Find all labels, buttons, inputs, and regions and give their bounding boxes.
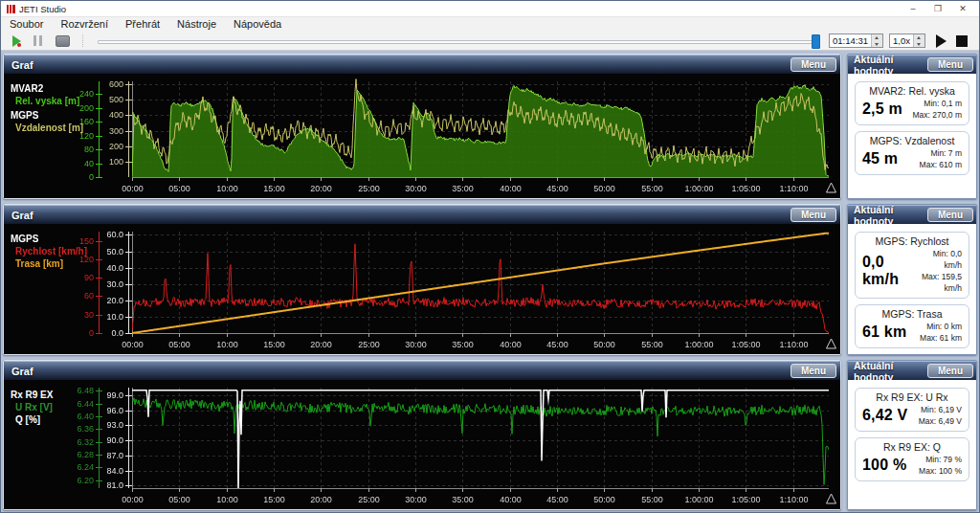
legend-sensor: MGPS [11,233,70,245]
graph-panel-rx: Graf Menu Rx R9 EXU Rx [V]Q [%] [3,360,841,510]
values3-title: Aktuální hodnoty [854,360,927,383]
toolbar-separator [82,34,84,47]
value-card-min: Min: 0,0 km/h [933,249,962,270]
values-panel-rx: Aktuální hodnoty Menu Rx R9 EX: U Rx 6,4… [847,360,977,510]
legend-channel: Vzdalenost [m] [11,122,70,134]
value-card-title: MGPS: Vzdalenost [862,134,962,147]
values-panel-altitude: Aktuální hodnoty Menu MVAR2: Rel. vyska … [847,54,977,199]
legend-sensor: MGPS [11,109,70,122]
value-card-title: Rx R9 EX: U Rx [862,390,962,404]
value-card-minmax: Min: 7 m Max: 610 m [920,147,962,170]
value-card-minmax: Min: 79 % Max: 100 % [919,454,962,477]
speed-value[interactable]: 1,0x [890,34,913,47]
value-card-minmax: Min: 0,0 km/h Max: 159,5 km/h [913,248,962,294]
value-card-value: 2,5 m [862,100,902,118]
graph-panel-speed: Graf Menu MGPSRychlost [km/h]Trasa [km] [3,204,841,355]
graph2-menu-button[interactable]: Menu [791,208,836,222]
value-card-value: 61 km [862,323,906,341]
value-card-max: Max: 61 km [920,333,962,343]
value-card-title: MGPS: Rychlost [862,234,962,248]
values2-menu-button[interactable]: Menu [927,208,973,222]
values-panel-speed: Aktuální hodnoty Menu MGPS: Rychlost 0,0… [847,204,977,355]
window-title: JETI Studio [19,4,66,14]
legend-channel: U Rx [V] [11,401,70,413]
value-card: Rx R9 EX: U Rx 6,42 V Min: 6,19 V Max: 6… [855,388,969,432]
graph3-plot-canvas[interactable] [71,380,840,509]
legend-channel: Trasa [km] [11,257,70,270]
value-card: MVAR2: Rel. vyska 2,5 m Min: 0,1 m Max: … [855,81,969,125]
value-card-min: Min: 79 % [925,455,962,464]
menu-napoveda[interactable]: Nápověda [225,17,290,32]
legend-channel: Q [%] [11,413,70,426]
value-card-min: Min: 0 km [926,322,962,331]
value-card-minmax: Min: 0,1 m Max: 270,0 m [913,98,963,121]
title-bar: JETI Studio – ❐ ✕ [1,1,979,17]
stop-record-icon[interactable] [56,35,70,47]
value-card-min: Min: 6,19 V [921,405,962,414]
graph1-legend: MVAR2Rel. vyska [m]MGPSVzdalenost [m] [11,80,70,134]
value-card-min: Min: 0,1 m [924,99,962,108]
value-card-max: Max: 610 m [920,160,962,169]
menu-nastroje[interactable]: Nástroje [168,17,225,32]
value-card-max: Max: 159,5 km/h [922,272,962,293]
values2-header: Aktuální hodnoty Menu [848,205,976,224]
graph2-title: Graf [11,210,33,221]
graph2-header: Graf Menu [4,205,840,224]
play-button[interactable] [936,34,947,48]
playback-slider-track[interactable] [98,40,818,44]
stop-button[interactable] [956,35,968,47]
value-card-value: 45 m [862,150,898,167]
graph3-header: Graf Menu [4,361,840,380]
values1-body: MVAR2: Rel. vyska 2,5 m Min: 0,1 m Max: … [848,74,976,198]
legend-sensor: MVAR2 [11,82,70,95]
value-card-minmax: Min: 6,19 V Max: 6,49 V [919,404,962,427]
value-card: Rx R9 EX: Q 100 % Min: 79 % Max: 100 % [855,437,969,481]
legend-sensor: Rx R9 EX [11,389,70,401]
value-card: MGPS: Trasa 61 km Min: 0 km Max: 61 km [855,304,969,348]
value-card-title: Rx R9 EX: Q [862,440,962,454]
close-button[interactable]: ✕ [950,2,975,16]
playback-slider[interactable] [98,34,818,47]
graph3-title: Graf [11,366,33,377]
value-card: MGPS: Rychlost 0,0 km/h Min: 0,0 km/h Ma… [855,232,969,299]
value-card-value: 0,0 km/h [862,254,913,288]
graph2-plot-canvas[interactable] [71,224,840,354]
speed-down-icon[interactable] [914,41,924,48]
value-card-min: Min: 7 m [930,148,962,158]
graph1-header: Graf Menu [4,55,840,74]
menu-prehrat[interactable]: Přehrát [117,17,168,32]
legend-channel: Rel. vyska [m] [11,95,70,107]
values3-body: Rx R9 EX: U Rx 6,42 V Min: 6,19 V Max: 6… [848,380,976,509]
playback-slider-handle[interactable] [812,34,820,49]
values1-title: Aktuální hodnoty [854,54,927,77]
play-record-icon[interactable] [12,35,21,47]
graph1-title: Graf [11,59,33,71]
time-spinbox[interactable]: 01:14:31 [829,33,883,48]
graph1-plot-canvas[interactable] [71,74,840,198]
speed-spinbox[interactable]: 1,0x [889,33,925,48]
menu-soubor[interactable]: Soubor [1,17,52,32]
menu-rozvrzeni[interactable]: Rozvržení [52,17,117,32]
value-card-minmax: Min: 0 km Max: 61 km [920,321,962,344]
time-value[interactable]: 01:14:31 [830,34,871,47]
value-card-value: 100 % [862,457,906,474]
values1-menu-button[interactable]: Menu [927,57,973,72]
minimize-button[interactable]: – [901,2,925,16]
graph1-menu-button[interactable]: Menu [791,57,836,72]
value-card-max: Max: 100 % [919,466,962,476]
value-card-title: MGPS: Trasa [862,307,962,321]
legend-channel: Rychlost [km/h] [11,245,70,257]
time-down-icon[interactable] [872,41,882,48]
main-area: Graf Menu MVAR2Rel. vyska [m]MGPSVzdalen… [1,51,979,510]
values3-menu-button[interactable]: Menu [927,364,973,378]
graph1-body: MVAR2Rel. vyska [m]MGPSVzdalenost [m] [4,74,840,198]
pause-icon[interactable] [33,35,42,46]
menu-bar: Soubor Rozvržení Přehrát Nástroje Nápově… [1,17,979,32]
graph3-menu-button[interactable]: Menu [791,364,836,378]
jeti-logo-icon [7,5,15,13]
maximize-button[interactable]: ❐ [925,2,950,16]
value-card-title: MVAR2: Rel. vyska [862,84,962,98]
graph2-legend: MGPSRychlost [km/h]Trasa [km] [11,231,70,270]
value-card-max: Max: 270,0 m [913,110,963,120]
values3-header: Aktuální hodnoty Menu [848,361,976,380]
